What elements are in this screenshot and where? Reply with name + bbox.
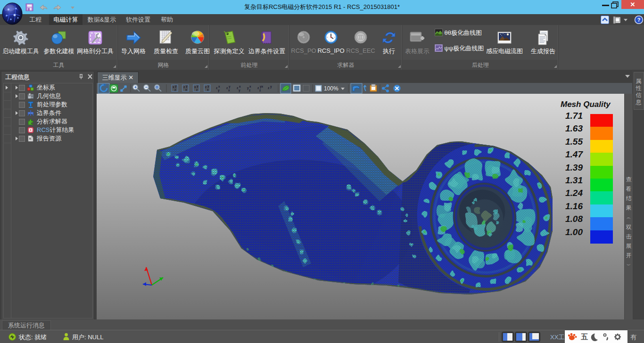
- svg-text:z: z: [259, 89, 261, 92]
- svg-text:y: y: [186, 84, 188, 88]
- svg-text:五: 五: [581, 333, 588, 341]
- svg-text:y: y: [175, 84, 177, 88]
- svg-text:y: y: [270, 85, 272, 89]
- svg-text:z: z: [174, 88, 176, 91]
- svg-text:yx: yx: [260, 85, 264, 89]
- svg-text:x: x: [228, 89, 230, 92]
- svg-text:y: y: [218, 89, 220, 92]
- svg-text:x: x: [185, 88, 187, 91]
- svg-text:y: y: [229, 85, 231, 89]
- svg-text:x: x: [249, 85, 251, 88]
- svg-text:z: z: [196, 88, 198, 91]
- svg-text:x: x: [207, 88, 209, 91]
- svg-text:z: z: [249, 89, 251, 92]
- svg-text:100%: 100%: [324, 85, 339, 92]
- svg-text:y: y: [207, 84, 209, 88]
- svg-text:y: y: [197, 84, 198, 88]
- svg-text:x: x: [218, 85, 220, 88]
- svg-text:z: z: [268, 86, 270, 90]
- svg-text:x: x: [239, 85, 241, 88]
- svg-text:?: ?: [637, 17, 641, 23]
- svg-text:y: y: [239, 89, 240, 92]
